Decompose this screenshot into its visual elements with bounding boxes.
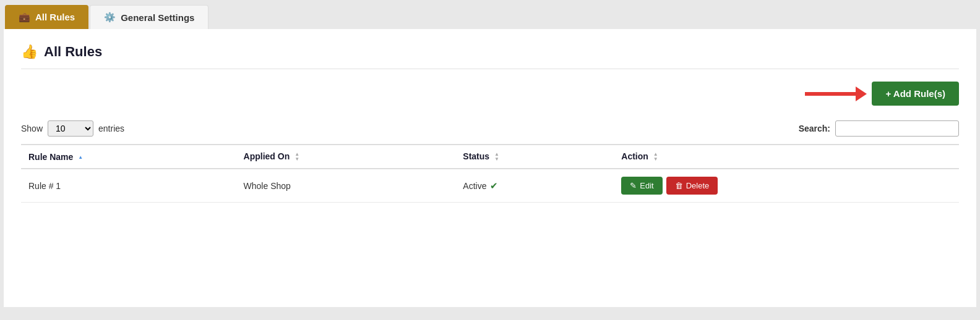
- gear-icon: ⚙️: [104, 12, 116, 23]
- main-content: 👍 All Rules + Add Rule(s) Show 10 25 50 …: [4, 29, 976, 307]
- cell-status: Active ✔: [455, 169, 614, 203]
- cell-rule-name: Rule # 1: [21, 169, 236, 203]
- search-row: Search:: [799, 120, 959, 137]
- tab-general-settings-label: General Settings: [121, 12, 194, 23]
- table-header-row: Rule Name ▲ Applied On ▲▼ Status ▲▼: [21, 145, 959, 169]
- add-rules-label: + Add Rule(s): [885, 88, 945, 99]
- search-label: Search:: [799, 124, 830, 133]
- entries-label: entries: [98, 124, 124, 133]
- tab-all-rules-label: All Rules: [35, 12, 75, 22]
- edit-icon: ✎: [630, 181, 637, 190]
- tab-bar: 💼 All Rules ⚙️ General Settings: [0, 0, 980, 29]
- arrow-wrapper: + Add Rule(s): [805, 82, 959, 106]
- entries-select[interactable]: 10 25 50 100: [48, 120, 93, 137]
- delete-button[interactable]: 🗑 Delete: [666, 177, 718, 195]
- controls-row: Show 10 25 50 100 entries Search:: [21, 120, 959, 137]
- tab-all-rules[interactable]: 💼 All Rules: [5, 5, 88, 29]
- sort-arrows-action[interactable]: ▲▼: [653, 152, 658, 162]
- add-rules-button[interactable]: + Add Rule(s): [872, 82, 959, 106]
- status-text: Active: [463, 181, 486, 191]
- search-input[interactable]: [835, 120, 959, 137]
- edit-button[interactable]: ✎ Edit: [621, 177, 662, 195]
- rules-table: Rule Name ▲ Applied On ▲▼ Status ▲▼: [21, 144, 959, 203]
- thumbs-up-icon: 👍: [21, 44, 38, 60]
- cell-action: ✎ Edit 🗑 Delete: [614, 169, 959, 203]
- sort-arrows-rule-name[interactable]: ▲: [78, 155, 83, 160]
- cell-applied-on: Whole Shop: [236, 169, 456, 203]
- red-arrow-icon: [805, 85, 867, 103]
- sort-arrows-applied-on[interactable]: ▲▼: [294, 152, 299, 162]
- tab-general-settings[interactable]: ⚙️ General Settings: [90, 5, 208, 29]
- col-action: Action ▲▼: [614, 145, 959, 169]
- show-label: Show: [21, 124, 43, 133]
- edit-label: Edit: [640, 181, 653, 190]
- page-heading: 👍 All Rules: [21, 44, 959, 69]
- sort-arrows-status[interactable]: ▲▼: [494, 152, 499, 162]
- show-entries: Show 10 25 50 100 entries: [21, 120, 124, 137]
- briefcase-icon: 💼: [19, 12, 30, 23]
- delete-icon: 🗑: [675, 181, 683, 190]
- delete-label: Delete: [686, 181, 710, 190]
- page-title: All Rules: [44, 44, 102, 60]
- svg-marker-1: [856, 86, 867, 101]
- action-buttons: ✎ Edit 🗑 Delete: [621, 177, 952, 195]
- table-row: Rule # 1 Whole Shop Active ✔ ✎ Edit: [21, 169, 959, 203]
- col-status: Status ▲▼: [455, 145, 614, 169]
- check-icon: ✔: [490, 180, 498, 192]
- col-applied-on: Applied On ▲▼: [236, 145, 456, 169]
- col-rule-name: Rule Name ▲: [21, 145, 236, 169]
- toolbar-row: + Add Rule(s): [21, 82, 959, 106]
